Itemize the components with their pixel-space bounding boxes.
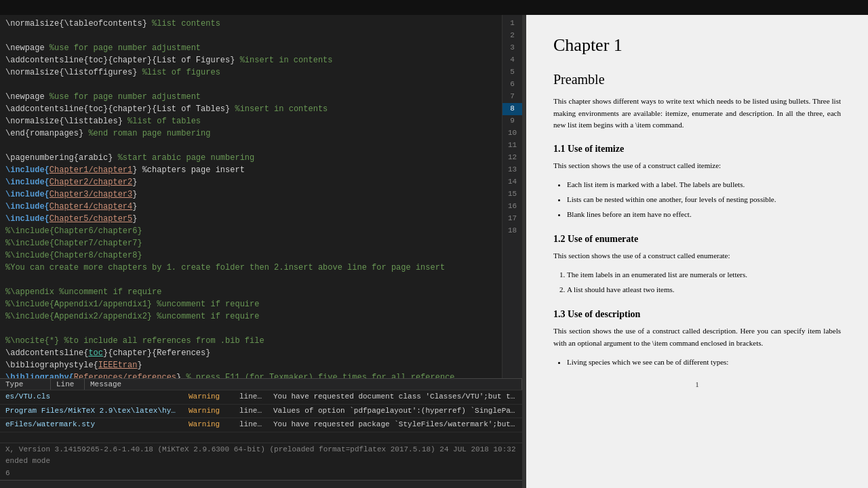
msg-text: Values of option `pdfpagelayout':(hyperr… bbox=[268, 405, 522, 418]
gutter-line: 7 bbox=[502, 91, 522, 103]
pdf-content[interactable]: Chapter 1PreambleThis chapter shows diff… bbox=[526, 15, 868, 488]
code-line: \include{Chapter5/chapter5} bbox=[5, 213, 496, 225]
code-line: \bibliographystyle{IEEEtran} bbox=[5, 359, 496, 371]
code-line: \addcontentsline{toc}{chapter}{List of T… bbox=[5, 103, 496, 115]
gutter-line: 5 bbox=[502, 66, 522, 79]
bottom-scroll-inner bbox=[0, 481, 522, 488]
gutter-line: 17 bbox=[502, 213, 522, 225]
pdf-list-item: Blank lines before an item have no effec… bbox=[567, 208, 841, 222]
msg-type: Warning bbox=[183, 390, 234, 404]
code-line: %\appendix %uncomment if require bbox=[5, 286, 496, 298]
pdf-subsection-desc-2: This section shows the use of a construc… bbox=[553, 325, 841, 349]
code-line: %\include{Chapter8/chapter8} bbox=[5, 249, 496, 262]
code-line: \normalsize{\listoffigures} %list of fig… bbox=[5, 66, 496, 79]
status-bar: X, Version 3.14159265-2.6-1.40.18 (MiKTe… bbox=[0, 443, 522, 480]
main-area: \normalsize{\tableofcontents} %list cont… bbox=[0, 15, 868, 488]
code-line: %\include{Appendix2/appendix2} %uncommen… bbox=[5, 310, 496, 323]
gutter-line: 18 bbox=[502, 225, 522, 237]
message-row[interactable]: Program Files/MikTeX 2.9\tex\latex\hyper… bbox=[0, 405, 522, 419]
code-line: \include{Chapter1/chapter1} %chapters pa… bbox=[5, 164, 496, 176]
messages-panel: Type Line Message es/VTU.cls Warning lin… bbox=[0, 378, 522, 443]
msg-line: line 1 bbox=[234, 405, 268, 418]
gutter-line: 13 bbox=[502, 164, 522, 176]
status-line-2: ended mode bbox=[5, 455, 517, 468]
pdf-section-title: Preamble bbox=[553, 72, 841, 87]
gutter-line: 4 bbox=[502, 54, 522, 66]
gutter-line: 9 bbox=[502, 115, 522, 127]
code-line: \normalsize{\listtables} %list of tables bbox=[5, 115, 496, 127]
pdf-subsection-title-2: 1.3 Use of description bbox=[553, 309, 841, 320]
gutter-line: 14 bbox=[502, 176, 522, 188]
editor-section: \normalsize{\tableofcontents} %list cont… bbox=[0, 15, 522, 488]
pdf-intro: This chapter shows different ways to wri… bbox=[553, 96, 841, 131]
status-line-3: 6 bbox=[5, 468, 517, 480]
gutter-line: 6 bbox=[502, 79, 522, 91]
gutter-line: 15 bbox=[502, 188, 522, 201]
pdf-subsection-title-1: 1.2 Use of enumerate bbox=[553, 234, 841, 245]
top-bar bbox=[0, 0, 868, 15]
code-line: %\include{Chapter6/chapter6} bbox=[5, 225, 496, 237]
gutter-line: 12 bbox=[502, 152, 522, 164]
code-line bbox=[5, 323, 496, 335]
msg-file: es/VTU.cls bbox=[0, 390, 183, 404]
code-line: \addcontentsline{toc}{chapter}{List of F… bbox=[5, 54, 496, 66]
code-line: \end{romanpages} %end roman page numberi… bbox=[5, 127, 496, 140]
gutter-line: 1 bbox=[502, 18, 522, 30]
pdf-subsection-desc-0: This section shows the use of a construc… bbox=[553, 160, 841, 172]
pdf-list-2: Living species which we see can be of di… bbox=[567, 356, 841, 369]
msg-text: You have requested document class 'Class… bbox=[268, 390, 522, 404]
line-gutter: 123456789101112131415161718 bbox=[502, 15, 522, 378]
code-line: \bibliography{References/references} % p… bbox=[5, 371, 496, 378]
code-line: %\include{Chapter7/chapter7} bbox=[5, 237, 496, 249]
code-line bbox=[5, 30, 496, 42]
pdf-list-item: Lists can be nested within one another, … bbox=[567, 193, 841, 207]
code-line: \newpage %use for page number adjustment bbox=[5, 42, 496, 54]
msg-file: eFiles/watermark.sty bbox=[0, 418, 183, 432]
pdf-page-number: 1 bbox=[553, 375, 841, 394]
status-line-1: X, Version 3.14159265-2.6-1.40.18 (MiKTe… bbox=[5, 444, 517, 456]
code-line: %You can create more chapters by 1. crea… bbox=[5, 262, 496, 274]
code-line: \include{Chapter3/chapter3} bbox=[5, 188, 496, 201]
msg-line: line 1 bbox=[234, 390, 268, 404]
pdf-list-item: The item labels in an enumerated list ar… bbox=[567, 268, 841, 282]
gutter-line: 3 bbox=[502, 42, 522, 54]
code-line bbox=[5, 79, 496, 91]
msg-text: You have requested package `StyleFiles/w… bbox=[268, 418, 522, 432]
code-line: %\include{Appendix1/appendix1} %uncommen… bbox=[5, 298, 496, 310]
editor-with-gutter: \normalsize{\tableofcontents} %list cont… bbox=[0, 15, 522, 378]
col-type: Type bbox=[0, 379, 51, 390]
code-line bbox=[5, 140, 496, 152]
gutter-line: 10 bbox=[502, 127, 522, 140]
pdf-list-item: Living species which we see can be of di… bbox=[567, 356, 841, 369]
pdf-list-item: Each list item is marked with a label. T… bbox=[567, 178, 841, 192]
gutter-line: 2 bbox=[502, 30, 522, 42]
pdf-subsection-title-0: 1.1 Use of itemize bbox=[553, 144, 841, 155]
pdf-subsection-desc-1: This section shows the use of a construc… bbox=[553, 250, 841, 262]
col-line: Line bbox=[51, 379, 85, 390]
gutter-line: 8 bbox=[502, 103, 522, 115]
col-message: Message bbox=[85, 379, 522, 390]
code-line bbox=[5, 274, 496, 286]
message-row[interactable]: es/VTU.cls Warning line 1 You have reque… bbox=[0, 390, 522, 405]
code-line: \normalsize{\tableofcontents} %list cont… bbox=[5, 18, 496, 30]
code-line: \include{Chapter2/chapter2} bbox=[5, 176, 496, 188]
gutter-line: 11 bbox=[502, 140, 522, 152]
code-line: \pagenumbering{arabic} %start arabic pag… bbox=[5, 152, 496, 164]
pdf-list-0: Each list item is marked with a label. T… bbox=[567, 178, 841, 221]
msg-line: line 1 bbox=[234, 418, 268, 432]
msg-file: Program Files/MikTeX 2.9\tex\latex\hyper… bbox=[0, 405, 183, 418]
message-row[interactable]: eFiles/watermark.sty Warning line 1 You … bbox=[0, 418, 522, 432]
messages-body[interactable]: es/VTU.cls Warning line 1 You have reque… bbox=[0, 390, 522, 443]
pdf-list-item: A list should have atleast two items. bbox=[567, 283, 841, 297]
code-line: \newpage %use for page number adjustment bbox=[5, 91, 496, 103]
msg-type: Warning bbox=[183, 418, 234, 432]
code-editor[interactable]: \normalsize{\tableofcontents} %list cont… bbox=[0, 15, 502, 378]
pdf-enum-list-1: The item labels in an enumerated list ar… bbox=[567, 268, 841, 297]
pdf-section: Chapter 1PreambleThis chapter shows diff… bbox=[526, 15, 868, 488]
bottom-scrollbar[interactable] bbox=[0, 480, 522, 488]
gutter-line: 16 bbox=[502, 201, 522, 213]
code-line: \addcontentsline{toc}{chapter}{Reference… bbox=[5, 347, 496, 359]
messages-header: Type Line Message bbox=[0, 379, 522, 390]
msg-type: Warning bbox=[183, 405, 234, 418]
pdf-chapter-title: Chapter 1 bbox=[553, 35, 841, 56]
